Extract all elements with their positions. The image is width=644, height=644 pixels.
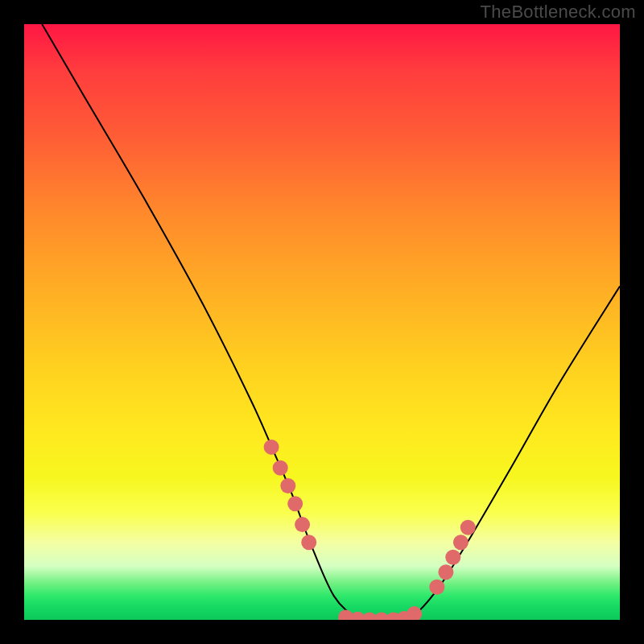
data-dot [438,564,453,580]
data-dot [295,517,310,532]
bottleneck-curve [42,24,620,620]
data-dot [273,460,288,476]
curve-line [42,24,620,620]
data-dots [264,440,476,620]
data-dot [287,496,303,511]
data-dot [429,580,444,595]
data-dot [264,440,279,455]
data-dot [460,520,476,535]
data-dot [453,535,469,550]
data-dot [301,535,316,550]
plot-area [24,24,620,620]
data-dot [407,606,422,620]
data-dot [280,478,295,493]
data-dot [445,550,460,565]
watermark-text: TheBottleneck.com [481,2,636,23]
chart-frame: TheBottleneck.com [0,0,644,644]
chart-svg [24,24,620,620]
